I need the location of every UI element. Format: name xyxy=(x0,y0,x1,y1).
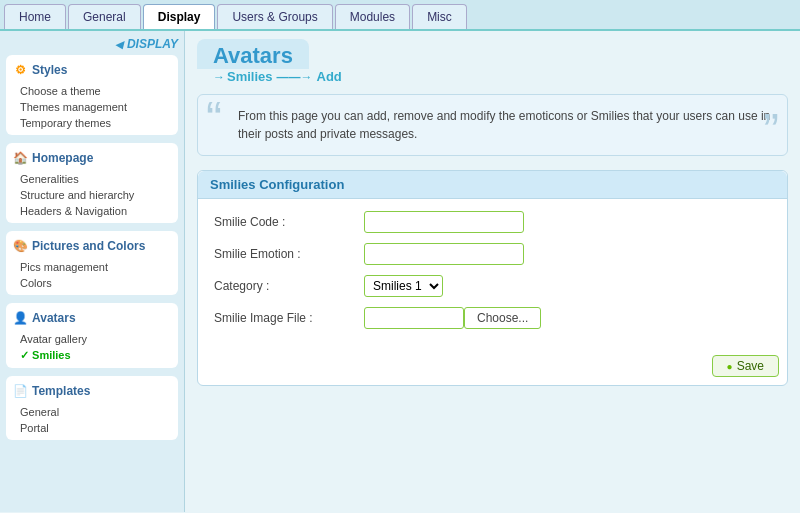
homepage-icon: 🏠 xyxy=(12,150,28,166)
templates-title: Templates xyxy=(32,384,90,398)
smilie-code-input[interactable] xyxy=(364,211,524,233)
sidebar-section-pictures: 🎨 Pictures and Colors Pics management Co… xyxy=(6,231,178,295)
styles-icon: ⚙ xyxy=(12,62,28,78)
tab-home[interactable]: Home xyxy=(4,4,66,29)
content-area: Avatars → Smilies ——→ Add From this page… xyxy=(185,31,800,512)
tab-general[interactable]: General xyxy=(68,4,141,29)
styles-title: Styles xyxy=(32,63,67,77)
sidebar-section-homepage: 🏠 Homepage Generalities Structure and hi… xyxy=(6,143,178,223)
sidebar-item-choose-theme[interactable]: Choose a theme xyxy=(6,83,178,99)
sidebar-item-temporary-themes[interactable]: Temporary themes xyxy=(6,115,178,131)
smilie-code-label: Smilie Code : xyxy=(214,215,364,229)
sidebar-section-styles: ⚙ Styles Choose a theme Themes managemen… xyxy=(6,55,178,135)
config-row-image-file: Smilie Image File : Choose... xyxy=(214,307,771,329)
description-box: From this page you can add, remove and m… xyxy=(197,94,788,156)
tab-misc[interactable]: Misc xyxy=(412,4,467,29)
config-body: Smilie Code : Smilie Emotion : Category … xyxy=(198,199,787,351)
breadcrumb-arrow1: → xyxy=(213,70,225,84)
homepage-title: Homepage xyxy=(32,151,93,165)
image-file-label: Smilie Image File : xyxy=(214,311,364,325)
tab-users-groups[interactable]: Users & Groups xyxy=(217,4,332,29)
sidebar-section-templates: 📄 Templates General Portal xyxy=(6,376,178,440)
config-title: Smilies Configuration xyxy=(198,171,787,199)
sidebar-item-themes-management[interactable]: Themes management xyxy=(6,99,178,115)
avatars-title: Avatars xyxy=(32,311,76,325)
pictures-icon: 🎨 xyxy=(12,238,28,254)
config-row-smilie-emotion: Smilie Emotion : xyxy=(214,243,771,265)
breadcrumb-add[interactable]: Add xyxy=(317,69,342,84)
breadcrumb-smilies[interactable]: Smilies xyxy=(227,69,273,84)
sidebar: DISPLAY ⚙ Styles Choose a theme Themes m… xyxy=(0,31,185,512)
top-tabs: Home General Display Users & Groups Modu… xyxy=(0,0,800,31)
sidebar-item-structure[interactable]: Structure and hierarchy xyxy=(6,187,178,203)
page-title: Avatars xyxy=(197,39,309,69)
sidebar-item-templates-general[interactable]: General xyxy=(6,404,178,420)
tab-display[interactable]: Display xyxy=(143,4,216,29)
avatars-icon: 👤 xyxy=(12,310,28,326)
sidebar-section-title-homepage[interactable]: 🏠 Homepage xyxy=(6,147,178,169)
tab-modules[interactable]: Modules xyxy=(335,4,410,29)
smilie-emotion-label: Smilie Emotion : xyxy=(214,247,364,261)
sidebar-item-generalities[interactable]: Generalities xyxy=(6,171,178,187)
category-label: Category : xyxy=(214,279,364,293)
sidebar-item-headers[interactable]: Headers & Navigation xyxy=(6,203,178,219)
config-section: Smilies Configuration Smilie Code : Smil… xyxy=(197,170,788,386)
pictures-title: Pictures and Colors xyxy=(32,239,145,253)
sidebar-back[interactable]: DISPLAY xyxy=(6,37,178,51)
file-row: Choose... xyxy=(364,307,541,329)
main-layout: DISPLAY ⚙ Styles Choose a theme Themes m… xyxy=(0,31,800,512)
sidebar-section-title-pictures[interactable]: 🎨 Pictures and Colors xyxy=(6,235,178,257)
sidebar-section-title-avatars[interactable]: 👤 Avatars xyxy=(6,307,178,329)
choose-button[interactable]: Choose... xyxy=(464,307,541,329)
description-text: From this page you can add, remove and m… xyxy=(238,109,770,141)
breadcrumb: → Smilies ——→ Add xyxy=(197,69,788,84)
config-row-smilie-code: Smilie Code : xyxy=(214,211,771,233)
sidebar-item-smilies[interactable]: Smilies xyxy=(6,347,178,364)
save-row: Save xyxy=(198,351,787,385)
sidebar-item-portal[interactable]: Portal xyxy=(6,420,178,436)
sidebar-item-colors[interactable]: Colors xyxy=(6,275,178,291)
sidebar-item-pics-management[interactable]: Pics management xyxy=(6,259,178,275)
save-button[interactable]: Save xyxy=(712,355,779,377)
breadcrumb-sep: ——→ xyxy=(277,70,313,84)
sidebar-section-avatars: 👤 Avatars Avatar gallery Smilies xyxy=(6,303,178,368)
smilie-emotion-input[interactable] xyxy=(364,243,524,265)
sidebar-section-title-styles[interactable]: ⚙ Styles xyxy=(6,59,178,81)
category-select[interactable]: Smilies 1 Smilies 2 Smilies 3 xyxy=(364,275,443,297)
sidebar-item-avatar-gallery[interactable]: Avatar gallery xyxy=(6,331,178,347)
page-header-row: Avatars xyxy=(197,39,788,69)
image-file-input[interactable] xyxy=(364,307,464,329)
sidebar-section-title-templates[interactable]: 📄 Templates xyxy=(6,380,178,402)
templates-icon: 📄 xyxy=(12,383,28,399)
config-row-category: Category : Smilies 1 Smilies 2 Smilies 3 xyxy=(214,275,771,297)
